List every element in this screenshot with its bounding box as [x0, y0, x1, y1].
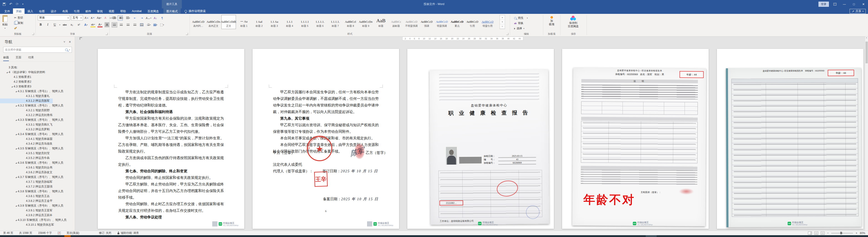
nav-tree-item[interactable]: 4.3.9 车辆情况（序号9）、驾押人员: [0, 203, 74, 208]
italic-button[interactable]: I: [45, 22, 50, 27]
nav-tree-item[interactable]: 4.3.1 车辆情况（序号1）、驾押人员: [0, 89, 74, 94]
nav-tree-item[interactable]: 4.3.3.2 押运员罗刚: [0, 127, 74, 132]
redo-icon[interactable]: ⟳: [16, 2, 19, 6]
nav-tree-item[interactable]: 4.3.2.1 驾驶员郭野: [0, 108, 74, 113]
document-page-5[interactable]: 盘锦爱华健康体检中心--职业健康体检报告单 体检编号：60200069 年龄：4…: [717, 49, 864, 229]
multilevel-list-button[interactable]: ▾: [125, 16, 131, 21]
nav-tree-item[interactable]: 4.3.10.1 驾驶员张志军: [0, 223, 74, 227]
style-chip[interactable]: 1.1.1.1. 标题 7: [328, 15, 343, 29]
login-button[interactable]: 登录: [818, 2, 829, 7]
nav-tree-item[interactable]: 4.3.7.1 驾驶员孙福军: [0, 179, 74, 184]
nav-tab[interactable]: 页面: [16, 56, 21, 61]
style-chip[interactable]: AaBbCcD 要点: [450, 15, 464, 29]
nav-tree-item[interactable]: 4.3.5.2 押运员牛犇: [0, 156, 74, 161]
status-accessibility[interactable]: 辅助功能: 调查: [117, 231, 139, 235]
character-scale-button[interactable]: A↔▾: [146, 16, 151, 21]
ribbon-tab[interactable]: 文件: [1, 8, 13, 14]
style-chip[interactable]: 一 Aa 标题 1: [237, 15, 251, 29]
save-icon[interactable]: [3, 3, 6, 6]
style-chip[interactable]: AaBbCcD 不明显强调: [404, 15, 418, 29]
increase-indent-button[interactable]: ⇥: [139, 16, 144, 21]
nav-tree-item[interactable]: 4.3 资格要求3: [0, 84, 74, 89]
status-word-count[interactable]: 15846 个字: [38, 231, 52, 235]
document-page-1[interactable]: 甲方依法制定的规章制度应当公示或告知乙方，乙方应严格遵守规章制度、完成劳动任务，…: [98, 49, 244, 229]
paragraph-dialog-launcher[interactable]: [186, 33, 188, 35]
styles-gallery-scroll[interactable]: ▴▾≡: [500, 15, 505, 29]
nav-tree-item[interactable]: 4.3.5 车辆情况（序号5）、驾押人员: [0, 146, 74, 151]
style-chip[interactable]: AaB 标题: [374, 15, 388, 29]
format-painter-button[interactable]: [14, 26, 23, 30]
expand-arrow-icon[interactable]: [14, 162, 18, 164]
nav-tree-item[interactable]: 4.3.6.2 押运员孙友文: [0, 170, 74, 175]
distribute-button[interactable]: [139, 23, 144, 27]
nav-tree-item[interactable]: 4.3.7.2 押运员王国强: [0, 184, 74, 189]
expand-arrow-icon[interactable]: [14, 91, 18, 92]
text-effects-button[interactable]: A▾: [84, 22, 88, 27]
style-chip[interactable]: AaBbCc 副标题: [389, 15, 403, 29]
shading-button[interactable]: ▾: [153, 23, 158, 27]
style-chip[interactable]: AaBbCcD 引用: [465, 15, 479, 29]
ribbon-tab[interactable]: 帮助: [117, 8, 129, 14]
style-chip[interactable]: 1.1.1 标题 4: [282, 15, 297, 29]
save-to-netdisk-button[interactable]: 保存到百度网盘: [564, 16, 582, 28]
document-page-2[interactable]: 甲乙双方因履行本合同发生争议的，任何一方有权向本单位劳动争议调解委员会申请调解，…: [252, 49, 399, 229]
grow-font-button[interactable]: A▲: [84, 15, 89, 21]
ribbon-tab[interactable]: 审阅: [94, 8, 106, 14]
show-marks-button[interactable]: ¶: [160, 16, 165, 21]
nav-tab[interactable]: 标题: [3, 56, 9, 61]
ribbon-tab[interactable]: 布局: [59, 8, 71, 14]
superscript-button[interactable]: x²: [76, 22, 81, 27]
align-left-button[interactable]: [112, 23, 117, 27]
ribbon-tab[interactable]: 邮件: [83, 8, 94, 14]
nav-tree-item[interactable]: 4.3.4.2 押运员马德良: [0, 141, 74, 146]
nav-tree-item[interactable]: 4.3.8.2 押运员王金平: [0, 199, 74, 203]
minimize-button[interactable]: —: [841, 1, 848, 7]
nav-search-input[interactable]: 在文档中搜索 ▾: [3, 47, 72, 53]
add-ins-button[interactable]: 加载项: [546, 16, 558, 26]
share-button[interactable]: ↗ 共享 ▾: [849, 9, 866, 13]
align-right-button[interactable]: [125, 23, 131, 27]
nav-tree-item[interactable]: 4.3.7 车辆情况（序号7）、驾押人员: [0, 175, 74, 179]
expand-arrow-icon[interactable]: [14, 105, 18, 107]
style-chip[interactable]: 1 AaI 标题 2: [252, 15, 267, 29]
change-case-button[interactable]: Aa▾: [96, 15, 102, 21]
status-page[interactable]: 第 46 页: [3, 231, 13, 235]
style-chip[interactable]: AaBbCcD 强调: [419, 15, 434, 29]
expand-arrow-icon[interactable]: [5, 71, 9, 73]
document-page-3[interactable]: 盘锦爱华健康体检中心 职 业 健 康 检 查 报 告 体检日期：2025-03-…: [407, 49, 554, 229]
search-icon[interactable]: [65, 48, 68, 51]
document-page-4[interactable]: 盘锦爱华健康体检中心--职业健康体检报告单 体检编号：60200069 姓名：陈…: [562, 49, 709, 229]
strikethrough-button[interactable]: abc: [62, 22, 67, 27]
underline-button[interactable]: U: [52, 22, 57, 27]
style-chip[interactable]: AaBbCcI 标题 8: [343, 15, 358, 29]
replace-button[interactable]: ab替换: [514, 21, 528, 26]
zoom-in-button[interactable]: +: [856, 231, 857, 235]
nav-tree-item[interactable]: 4.3.9.2 押运员王跃丰: [0, 213, 74, 218]
nav-tree-item[interactable]: 4.3.10 车辆情况（序号10）、驾押人员: [0, 218, 74, 223]
bold-button[interactable]: B: [38, 22, 43, 27]
nav-tree-item[interactable]: 4.3.4 车辆情况（序号4）、驾押人员: [0, 132, 74, 137]
status-page-total[interactable]: 共 1088 页: [19, 231, 32, 235]
nav-tree-item[interactable]: 4.3.1.2 押运员陈军: [0, 99, 53, 103]
style-chip[interactable]: AaBbCcDo 标题 9: [359, 15, 373, 29]
zoom-out-button[interactable]: −: [827, 231, 829, 235]
nav-tree-item[interactable]: 3 其他:: [0, 65, 74, 70]
line-spacing-button[interactable]: ↕▾: [146, 23, 151, 27]
nav-tab[interactable]: 结果: [28, 56, 34, 61]
expand-arrow-icon[interactable]: [14, 134, 18, 135]
expand-arrow-icon[interactable]: [14, 148, 18, 149]
nav-chevron-icon[interactable]: ˅: [63, 40, 65, 43]
expand-arrow-icon[interactable]: [10, 86, 13, 88]
ribbon-tab[interactable]: 引用: [71, 8, 83, 14]
sort-button[interactable]: A↓: [153, 16, 158, 21]
tell-me-search[interactable]: 操作说明搜索: [185, 9, 206, 13]
nav-tree-item[interactable]: 4.3.1.1 驾驶员董礼: [0, 94, 74, 99]
clipboard-dialog-launcher[interactable]: [32, 33, 34, 35]
horizontal-ruler[interactable]: 2468101214161820222426283032343638404244: [402, 37, 523, 40]
nav-close-icon[interactable]: ✕: [69, 40, 71, 43]
borders-button[interactable]: ▾: [160, 23, 165, 27]
zoom-percentage[interactable]: 80%: [860, 232, 865, 235]
nav-tree-item[interactable]: 4.3.8 车辆情况（序号8）、驾押人员: [0, 189, 74, 194]
ribbon-tab[interactable]: Acrobat: [129, 8, 145, 14]
paste-button[interactable]: 粘贴 ▾: [2, 15, 8, 29]
